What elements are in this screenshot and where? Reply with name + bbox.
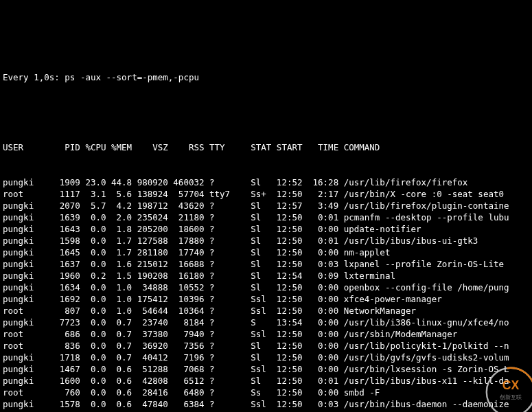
process-row: pungki 1960 0.2 1.5 190208 16180 ? Sl 12… <box>3 270 529 282</box>
process-row: root 760 0.0 0.6 28416 6480 ? Ss 12:50 0… <box>3 387 529 398</box>
process-row: pungki 1634 0.0 1.0 34888 10552 ? Sl 12:… <box>3 282 529 293</box>
process-row: pungki 1467 0.0 0.6 51288 7068 ? Ssl 12:… <box>3 363 529 375</box>
process-row: pungki 1645 0.0 1.7 281180 17740 ? Sl 12… <box>3 247 529 258</box>
process-row: pungki 1718 0.0 0.7 40412 7196 ? Sl 12:5… <box>3 352 529 363</box>
process-row: pungki 1578 0.0 0.6 47840 6384 ? Ssl 12:… <box>3 398 529 410</box>
process-row: root 1117 3.1 5.6 138924 57704 tty7 Ss+ … <box>3 188 529 200</box>
column-header: USER PID %CPU %MEM VSZ RSS TTY STAT STAR… <box>3 141 529 153</box>
process-row: pungki 1598 0.0 1.7 127588 17880 ? Sl 12… <box>3 235 529 247</box>
process-row: pungki 1639 0.0 2.0 235024 21180 ? Sl 12… <box>3 211 529 223</box>
process-row: pungki 2070 5.7 4.2 198712 43620 ? Sl 12… <box>3 200 529 211</box>
terminal-output: Every 1,0s: ps -aux --sort=-pmem,-pcpu U… <box>0 47 532 412</box>
process-row: pungki 1909 23.0 44.8 980920 460032 ? Sl… <box>3 176 529 188</box>
process-row: root 836 0.0 0.7 36920 7356 ? Sl 12:50 0… <box>3 340 529 352</box>
blank-line <box>3 106 529 118</box>
process-row: pungki 1637 0.0 1.6 215012 16688 ? Sl 12… <box>3 258 529 270</box>
process-row: pungki 1600 0.0 0.6 42808 6512 ? Sl 12:5… <box>3 375 529 387</box>
process-row: pungki 1643 0.0 1.8 205200 18600 ? Sl 12… <box>3 223 529 235</box>
process-row: root 807 0.0 1.0 54644 10364 ? Ssl 12:50… <box>3 305 529 317</box>
process-row: root 686 0.0 0.7 37380 7940 ? Ssl 12:50 … <box>3 328 529 340</box>
process-list: pungki 1909 23.0 44.8 980920 460032 ? Sl… <box>3 176 529 412</box>
process-row: pungki 1692 0.0 1.0 175412 10396 ? Ssl 1… <box>3 293 529 305</box>
watch-header: Every 1,0s: ps -aux --sort=-pmem,-pcpu <box>3 71 529 83</box>
process-row: pungki 7723 0.0 0.7 23740 8184 ? S 13:54… <box>3 317 529 328</box>
